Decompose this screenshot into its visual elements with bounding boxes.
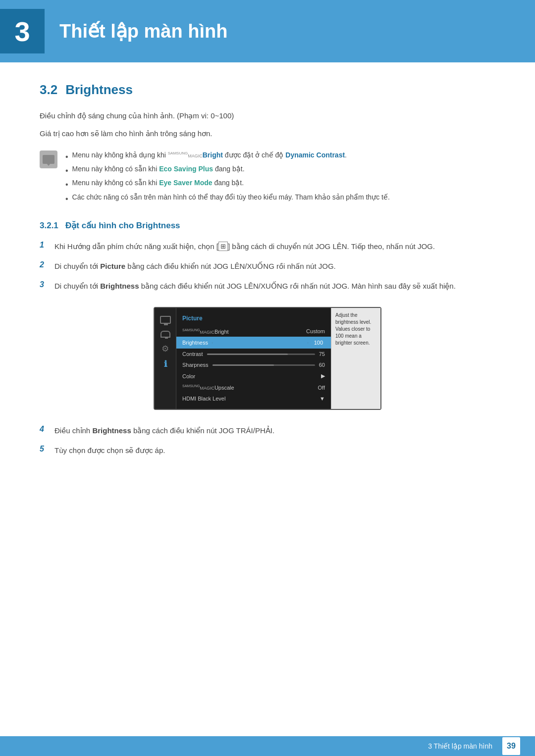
menu-value-magicbright: Custom [306,328,325,334]
footer-page-number: 39 [502,737,520,755]
note-line-1: • Menu này không khả dụng khi SAMSUNGMAG… [65,150,495,163]
step-1: 1 Khi Hướng dẫn phím chức năng xuất hiện… [40,241,495,252]
main-content: 3.2 Brightness Điều chỉnh độ sáng chung … [0,82,535,456]
bullet-4: • [65,192,68,205]
menu-value-magicupscale: Off [318,385,325,391]
note-text-4: Các chức năng có sẵn trên màn hình có th… [72,192,390,203]
tooltip-text: Adjust the brightness level. Values clos… [335,312,371,346]
monitor-menu: Picture SAMSUNGMAGICBright Custom Bright… [176,308,331,409]
menu-item-sharpness: Sharpness 60 [176,359,331,370]
note-lines: • Menu này không khả dụng khi SAMSUNGMAG… [65,150,495,205]
description-1: Điều chỉnh độ sáng chung của hình ảnh. (… [40,110,495,122]
bullet-2: • [65,164,68,177]
monitor-sidebar-icon-3: ⚙ [161,345,169,353]
step-text-5: Tùy chọn được chọn sẽ được áp. [54,445,165,456]
menu-bar-sharpness [213,364,315,366]
menu-value-color: ▶ [321,373,325,379]
subsection-title: Đặt cấu hình cho Brightness [65,221,180,230]
menu-label-color: Color [182,373,195,379]
menu-item-brightness: Brightness 100 [176,337,331,349]
description-2: Giá trị cao hơn sẽ làm cho hình ảnh trôn… [40,128,495,140]
menu-item-color: Color ▶ [176,370,331,382]
monitor-sidebar-icon-1 [160,316,171,324]
menu-bar-contrast [207,353,315,355]
chapter-number: 3 [14,15,30,48]
menu-label-sharpness: Sharpness [182,362,209,368]
menu-value-brightness: 100 [312,339,325,346]
menu-item-contrast: Contrast 75 [176,349,331,359]
bar-fill-contrast [207,353,288,355]
menu-label-contrast: Contrast [182,351,203,357]
menu-label-brightness: Brightness [182,340,208,346]
menu-label-magicbright: SAMSUNGMAGICBright [182,328,229,335]
step-number-2: 2 [40,260,48,269]
step-number-3: 3 [40,280,48,289]
monitor-tooltip: Adjust the brightness level. Values clos… [331,308,380,409]
note-box: • Menu này không khả dụng khi SAMSUNGMAG… [40,150,495,205]
step-number-4: 4 [40,425,48,434]
bar-track-sharpness [213,364,315,366]
note-line-3: • Menu này không có sẵn khi Eye Saver Mo… [65,177,495,191]
step-text-1: Khi Hướng dẫn phím chức năng xuất hiện, … [54,241,435,252]
footer-chapter-label: 3 Thiết lập màn hình [428,742,492,750]
monitor-sidebar-icon-4: ℹ [164,360,167,368]
section-heading: 3.2 Brightness [40,82,495,98]
step-number-5: 5 [40,445,48,454]
monitor-sidebar: ⚙ ℹ [155,308,176,409]
menu-value-sharpness: 60 [319,362,325,368]
monitor-container: ⚙ ℹ Picture SAMSUNGMAGICBright Custom Br… [40,307,495,410]
step-text-2: Di chuyển tới Picture bằng cách điều khi… [54,260,336,272]
subsection-number: 3.2.1 [40,221,58,230]
steps-list: 1 Khi Hướng dẫn phím chức năng xuất hiện… [40,241,495,292]
bar-fill-sharpness [213,364,274,366]
monitor-frame: ⚙ ℹ Picture SAMSUNGMAGICBright Custom Br… [154,307,381,410]
note-line-4: • Các chức năng có sẵn trên màn hình có … [65,192,495,205]
menu-item-hdmi: HDMI Black Level ▼ [176,393,331,404]
menu-item-magicupscale: SAMSUNGMAGICUpscale Off [176,382,331,393]
menu-bar-brightness [212,342,308,344]
chapter-header: 3 Thiết lập màn hình [0,0,535,62]
bar-fill-brightness [212,342,308,344]
note-icon-graphic [43,155,54,164]
step-text-3: Di chuyển tới Brightness bằng cách điều … [54,280,456,292]
menu-value-hdmi: ▼ [320,396,325,402]
bullet-1: • [65,150,68,163]
section-number: 3.2 [40,82,57,98]
bullet-3: • [65,178,68,191]
subsection-heading: 3.2.1 Đặt cấu hình cho Brightness [40,220,495,231]
step-4: 4 Điều chỉnh Brightness bằng cách điều k… [40,425,495,437]
section-title: Brightness [65,82,133,98]
steps-list-2: 4 Điều chỉnh Brightness bằng cách điều k… [40,425,495,456]
step-5: 5 Tùy chọn được chọn sẽ được áp. [40,445,495,456]
menu-label-hdmi: HDMI Black Level [182,396,225,402]
page-footer: 3 Thiết lập màn hình 39 [0,736,535,756]
bar-track-contrast [207,353,315,355]
step-3: 3 Di chuyển tới Brightness bằng cách điề… [40,280,495,292]
menu-value-contrast: 75 [319,351,325,357]
note-line-2: • Menu này không có sẵn khi Eco Saving P… [65,163,495,177]
step-2: 2 Di chuyển tới Picture bằng cách điều k… [40,260,495,272]
menu-item-magicbright: SAMSUNGMAGICBright Custom [176,326,331,337]
step-text-4: Điều chỉnh Brightness bằng cách điều khi… [54,425,274,437]
bar-track-brightness [212,342,308,344]
menu-label-magicupscale: SAMSUNGMAGICUpscale [182,384,234,391]
chapter-number-box: 3 [0,9,45,53]
step-number-1: 1 [40,241,48,250]
note-text-1: Menu này không khả dụng khi SAMSUNGMAGIC… [72,150,347,161]
menu-header: Picture [176,313,331,326]
note-text-2: Menu này không có sẵn khi Eco Saving Plu… [72,163,245,175]
note-text-3: Menu này không có sẵn khi Eye Saver Mode… [72,177,244,189]
note-icon [40,151,57,168]
monitor-sidebar-icon-2 [160,331,170,338]
chapter-title: Thiết lập màn hình [59,20,227,42]
